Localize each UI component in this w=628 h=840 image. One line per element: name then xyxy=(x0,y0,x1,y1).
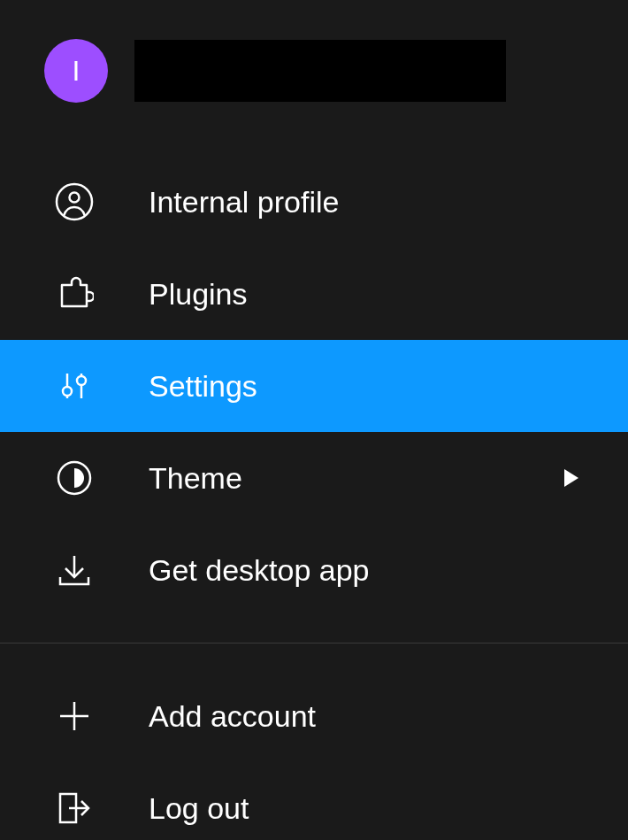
avatar[interactable]: I xyxy=(44,39,108,103)
menu-item-label: Settings xyxy=(149,369,584,404)
menu-item-label: Log out xyxy=(149,791,584,826)
plus-icon xyxy=(55,697,94,736)
menu-item-label: Get desktop app xyxy=(149,553,584,588)
menu-item-label: Plugins xyxy=(149,277,584,312)
chevron-right-icon xyxy=(559,466,584,490)
svg-point-5 xyxy=(77,376,86,385)
svg-point-1 xyxy=(70,193,80,203)
menu-item-log-out[interactable]: Log out xyxy=(0,762,628,840)
menu-item-plugins[interactable]: Plugins xyxy=(0,248,628,340)
menu-item-theme[interactable]: Theme xyxy=(0,432,628,524)
plugin-icon xyxy=(55,274,94,313)
avatar-initial: I xyxy=(73,55,80,88)
menu-divider xyxy=(0,643,628,643)
logout-icon xyxy=(55,789,94,828)
menu-item-label: Theme xyxy=(149,461,504,496)
settings-icon xyxy=(55,366,94,405)
menu-item-add-account[interactable]: Add account xyxy=(0,670,628,762)
menu-item-get-desktop-app[interactable]: Get desktop app xyxy=(0,524,628,616)
download-icon xyxy=(55,551,94,590)
theme-icon xyxy=(55,459,94,497)
account-menu: Internal profile Plugins Settings xyxy=(0,129,628,840)
menu-item-label: Add account xyxy=(149,699,584,734)
svg-point-3 xyxy=(63,387,72,396)
profile-icon xyxy=(55,182,94,221)
menu-item-label: Internal profile xyxy=(149,185,584,220)
menu-item-internal-profile[interactable]: Internal profile xyxy=(0,156,628,248)
account-header: I xyxy=(0,0,628,129)
username-redacted xyxy=(134,40,506,102)
menu-item-settings[interactable]: Settings xyxy=(0,340,628,432)
